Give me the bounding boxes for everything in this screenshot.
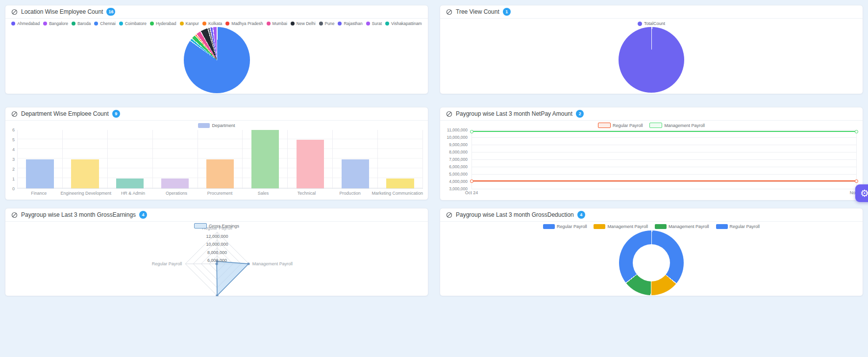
bar[interactable] xyxy=(116,178,144,188)
svg-text:Management Payroll: Management Payroll xyxy=(252,261,293,266)
legend-item[interactable]: Department xyxy=(198,123,235,128)
legend-swatch xyxy=(594,224,605,229)
gridline xyxy=(471,130,857,130)
legend-swatch xyxy=(385,22,389,26)
department-bar-chart[interactable]: 0123456 FinanceEngineering DevelopmentHR… xyxy=(5,128,428,197)
gridline xyxy=(471,137,857,138)
y-tick-label: 6 xyxy=(12,128,15,132)
bar[interactable] xyxy=(297,140,324,188)
legend-item[interactable]: Kolkata xyxy=(202,21,222,26)
legend-item[interactable]: Baroda xyxy=(72,21,91,26)
gross-deduction-donut-chart[interactable] xyxy=(619,230,684,295)
legend-item[interactable]: Madhya Pradesh xyxy=(225,21,263,26)
gear-icon: ⚙ xyxy=(860,188,868,198)
legend-item[interactable]: Hyderabad xyxy=(150,21,176,26)
location-pie-chart[interactable] xyxy=(184,27,250,93)
bar[interactable] xyxy=(26,159,53,189)
y-tick-label: 4 xyxy=(12,147,15,152)
legend-item[interactable]: Regular Payroll xyxy=(598,123,643,128)
y-tick-label: 2 xyxy=(12,167,15,172)
legend-item[interactable]: Vishakapattinam xyxy=(385,21,422,26)
settings-gear-button[interactable]: ⚙ xyxy=(855,184,868,202)
y-tick-label: 7,000,000 xyxy=(449,157,468,162)
legend-label: Mumbai xyxy=(273,21,287,26)
x-tick-label: Finance xyxy=(17,189,61,197)
data-point-marker[interactable] xyxy=(855,179,858,183)
legend-swatch xyxy=(180,22,184,26)
svg-text:10,000,000: 10,000,000 xyxy=(206,242,228,247)
data-point-marker[interactable] xyxy=(855,130,858,133)
panel-title: Paygroup wise Last 3 month NetPay Amount xyxy=(456,110,572,117)
legend-swatch xyxy=(291,22,295,26)
count-badge: 16 xyxy=(106,8,115,16)
legend-item[interactable]: Management Payroll xyxy=(655,224,709,229)
panel-body: Regular PayrollManagement Payroll 11,000… xyxy=(440,121,863,201)
line-series[interactable] xyxy=(471,180,857,181)
legend-item[interactable]: Rajasthan xyxy=(338,21,362,26)
legend-item[interactable]: Regular Payroll xyxy=(543,224,587,229)
legend-label: Bangalore xyxy=(49,21,68,26)
bar[interactable] xyxy=(206,159,234,189)
legend-item[interactable]: Ahmedabad xyxy=(11,21,40,26)
tree-pie-chart[interactable] xyxy=(619,27,684,93)
legend-item[interactable]: Surat xyxy=(366,21,382,26)
legend-item[interactable]: Management Payroll xyxy=(649,123,705,128)
bar[interactable] xyxy=(251,130,279,188)
legend-item[interactable]: Regular Payroll xyxy=(716,224,760,229)
x-tick-label: Operations xyxy=(155,189,198,197)
legend-swatch xyxy=(94,22,98,26)
legend-item[interactable]: New Delhi xyxy=(291,21,316,26)
legend-label: Management Payroll xyxy=(607,224,648,229)
netpay-legend: Regular PayrollManagement Payroll xyxy=(440,121,863,128)
line-series[interactable] xyxy=(471,131,857,132)
legend-swatch xyxy=(366,22,370,26)
legend-item[interactable]: Management Payroll xyxy=(594,224,648,229)
gross-earnings-radar-chart[interactable]: 12,000,00010,000,0008,000,0006,000,000Re… xyxy=(5,222,428,296)
legend-label: Management Payroll xyxy=(664,123,705,128)
bar[interactable] xyxy=(386,178,414,188)
svg-text:Regular Payroll: Regular Payroll xyxy=(152,261,182,266)
panel-header: Tree View Count 1 xyxy=(440,5,863,19)
panel-header: Department Wise Emploee Count 9 xyxy=(5,107,428,121)
count-badge: 2 xyxy=(576,110,584,118)
ban-icon xyxy=(11,212,18,218)
panel-header: Paygroup wise Last 3 month GrossEarnings… xyxy=(5,208,428,222)
line-plot-area xyxy=(471,130,857,189)
panel-title: Paygroup wise Last 3 month GrossEarnings xyxy=(21,211,136,218)
legend-item[interactable]: Coimbatore xyxy=(119,21,147,26)
legend-swatch xyxy=(655,224,667,229)
legend-item[interactable]: Gross Earnings xyxy=(194,223,239,229)
data-point-marker[interactable] xyxy=(470,130,473,133)
gridline xyxy=(471,167,857,167)
legend-item[interactable]: TotalCount xyxy=(638,21,665,26)
legend-item[interactable]: Pune xyxy=(319,21,335,26)
count-badge: 4 xyxy=(577,211,585,219)
legend-swatch xyxy=(638,22,642,26)
legend-item[interactable]: Bangalore xyxy=(43,21,68,26)
panel-body: AhmedabadBangaloreBarodaChennaiCoimbator… xyxy=(5,19,428,94)
netpay-line-chart[interactable]: 11,000,00010,000,0009,000,0008,000,0007,… xyxy=(440,128,863,197)
panel-department-wise-employee-count: Department Wise Emploee Count 9 Departme… xyxy=(5,107,428,200)
legend-swatch xyxy=(11,22,15,26)
legend-item[interactable]: Chennai xyxy=(94,21,116,26)
panel-body: TotalCount xyxy=(440,19,863,94)
legend-item[interactable]: Kanpur xyxy=(180,21,199,26)
panel-netpay-amount: Paygroup wise Last 3 month NetPay Amount… xyxy=(440,107,863,201)
bar[interactable] xyxy=(71,159,99,189)
legend-swatch xyxy=(267,22,271,26)
legend-label: Gross Earnings xyxy=(209,224,239,229)
line-y-axis: 11,000,00010,000,0009,000,0008,000,0007,… xyxy=(440,130,471,189)
data-point-marker[interactable] xyxy=(470,179,473,183)
legend-label: Regular Payroll xyxy=(730,224,760,229)
ban-icon xyxy=(11,111,18,117)
bar[interactable] xyxy=(161,178,189,188)
y-tick-label: 6,000,000 xyxy=(449,164,468,169)
y-tick-label: 3 xyxy=(12,157,15,162)
y-tick-label: 4,000,000 xyxy=(449,179,468,184)
legend-item[interactable]: Mumbai xyxy=(267,21,287,26)
bar[interactable] xyxy=(342,159,369,189)
y-tick-label: 0 xyxy=(12,186,15,191)
legend-swatch xyxy=(543,224,555,229)
gross-deduction-legend: Regular PayrollManagement PayrollManagem… xyxy=(440,222,863,229)
x-tick-label: Procurement xyxy=(198,189,242,197)
